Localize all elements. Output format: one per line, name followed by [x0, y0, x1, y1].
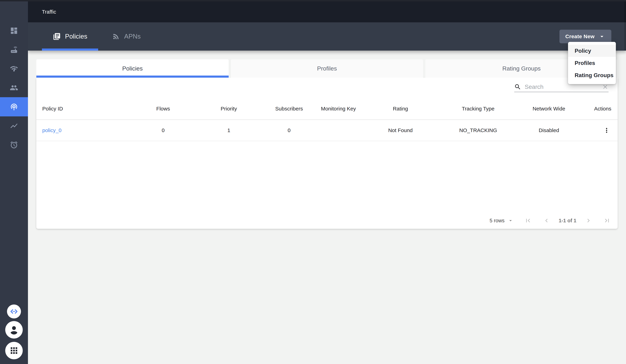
cell-rating: Not Found [364, 127, 437, 133]
api-code-icon [9, 307, 19, 316]
network-check-icon [10, 65, 18, 73]
alarm-icon [10, 141, 18, 149]
active-tab-indicator [42, 49, 98, 51]
sidebar [0, 1, 28, 364]
chevron-right-icon [585, 217, 592, 224]
library-books-icon [53, 33, 61, 40]
show-chart-icon [10, 122, 18, 130]
pagination-range-label: 1-1 of 1 [559, 218, 576, 224]
sidebar-item-alarms[interactable] [0, 135, 28, 154]
cell-network-wide: Disabled [520, 127, 578, 133]
sidebar-item-network-check[interactable] [0, 59, 28, 78]
sub-tab-bar: Policies Profiles Rating Groups [36, 59, 618, 78]
dashboard-icon [10, 27, 18, 35]
subtab-policies-label: Policies [122, 65, 143, 72]
sidebar-item-traffic[interactable] [0, 97, 28, 116]
window-top-edge [0, 0, 626, 1]
rss-feed-icon [112, 33, 120, 40]
last-page-icon [603, 217, 611, 224]
app-bar: Traffic [28, 1, 626, 22]
subtab-rating-groups-label: Rating Groups [502, 65, 541, 72]
row-actions-button[interactable] [602, 126, 611, 135]
sidebar-item-dashboard[interactable] [0, 21, 28, 40]
next-page-button[interactable] [585, 217, 592, 224]
last-page-button[interactable] [603, 217, 611, 224]
dropdown-caret-icon [598, 33, 605, 40]
column-header-network-wide: Network Wide [520, 106, 578, 112]
main-content: Policies Profiles Rating Groups Policy I… [28, 51, 626, 364]
person-icon [7, 323, 20, 336]
tab-policies-label: Policies [65, 33, 87, 40]
sidebar-item-metrics[interactable] [0, 116, 28, 135]
scrollbar[interactable] [624, 1, 626, 51]
column-header-monitoring-key: Monitoring Key [313, 106, 364, 112]
table-header-row: Policy ID Flows Priority Subscribers Mon… [36, 98, 618, 120]
subtab-profiles-label: Profiles [317, 65, 337, 72]
search-icon [514, 83, 521, 90]
first-page-icon [524, 217, 532, 224]
menu-item-profiles[interactable]: Profiles [568, 57, 616, 69]
table-row: policy_0 0 1 0 Not Found NO_TRACKING Dis… [36, 120, 618, 141]
tab-apns-label: APNs [124, 33, 141, 40]
search-row [36, 78, 618, 98]
rows-per-page-label: 5 rows [490, 218, 505, 224]
cell-flows: 0 [134, 127, 192, 133]
page-title: Traffic [42, 9, 56, 15]
search-box [514, 83, 609, 92]
people-icon [10, 84, 18, 92]
sidebar-item-apps[interactable] [5, 342, 23, 359]
column-header-actions: Actions [578, 106, 618, 112]
top-tab-bar: Policies APNs Create New [28, 22, 626, 51]
column-header-priority: Priority [192, 106, 266, 112]
apps-grid-icon [9, 346, 19, 356]
sidebar-item-equipment[interactable] [0, 40, 28, 59]
column-header-policy-id: Policy ID [36, 106, 134, 112]
router-icon [10, 46, 18, 54]
menu-item-rating-groups[interactable]: Rating Groups [568, 69, 616, 81]
more-vert-icon [603, 127, 610, 134]
search-input[interactable] [524, 83, 599, 90]
cell-priority: 1 [192, 127, 266, 133]
sidebar-item-subscribers[interactable] [0, 78, 28, 97]
first-page-button[interactable] [524, 217, 532, 224]
chevron-left-icon [543, 217, 550, 224]
policies-table-card: Policy ID Flows Priority Subscribers Mon… [36, 78, 618, 229]
tab-policies[interactable]: Policies [42, 22, 98, 51]
create-new-menu: Policy Profiles Rating Groups [568, 42, 616, 84]
rows-per-page-select[interactable]: 5 rows [490, 218, 513, 224]
rows-per-page-caret-icon [508, 218, 513, 224]
cell-subscribers: 0 [266, 127, 313, 133]
sidebar-item-account[interactable] [5, 321, 23, 338]
policy-id-link[interactable]: policy_0 [42, 127, 62, 133]
column-header-rating: Rating [364, 106, 437, 112]
active-subtab-indicator [36, 76, 229, 78]
column-header-subscribers: Subscribers [266, 106, 313, 112]
app-window: Traffic Policies APNs Create New Policie… [0, 0, 626, 364]
column-header-flows: Flows [134, 106, 192, 112]
table-empty-area [36, 141, 618, 212]
subtab-profiles[interactable]: Profiles [231, 59, 423, 78]
wifi-tethering-icon [10, 103, 18, 111]
sidebar-item-api[interactable] [7, 304, 21, 318]
cell-tracking-type: NO_TRACKING [437, 127, 520, 133]
previous-page-button[interactable] [543, 217, 550, 224]
create-new-label: Create New [565, 33, 594, 39]
menu-item-policy[interactable]: Policy [568, 45, 616, 57]
subtab-policies[interactable]: Policies [36, 59, 229, 78]
clear-search-icon[interactable] [602, 84, 609, 90]
create-new-button[interactable]: Create New [559, 30, 611, 43]
column-header-tracking-type: Tracking Type [437, 106, 520, 112]
tab-apns[interactable]: APNs [98, 22, 155, 51]
pagination-bar: 5 rows 1-1 of 1 [36, 212, 618, 229]
